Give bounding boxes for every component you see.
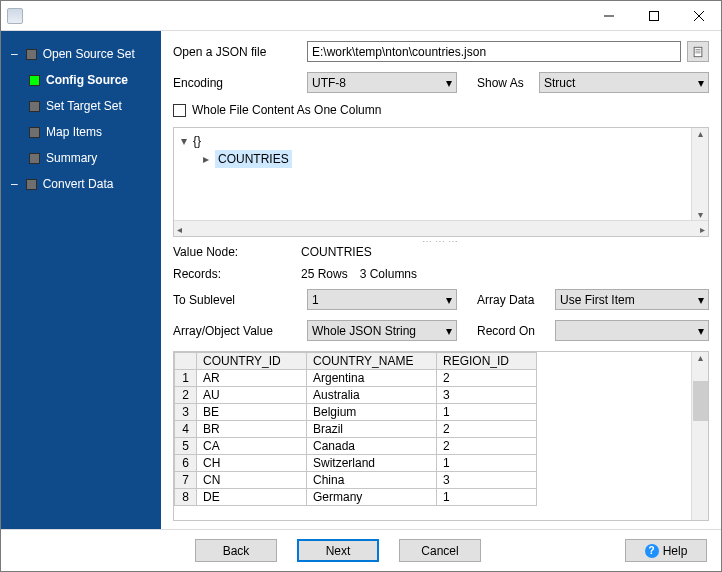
help-button[interactable]: ? Help [625,539,707,562]
preview-grid[interactable]: COUNTRY_IDCOUNTRY_NAMEREGION_ID 1ARArgen… [173,351,709,521]
chevron-down-icon: ▾ [698,293,704,307]
cell[interactable]: 3 [437,387,537,404]
json-tree[interactable]: ▾ {} ▸ COUNTRIES ▴ ▾ ◂ ▸ [173,127,709,237]
back-button[interactable]: Back [195,539,277,562]
records-rows: 25 Rows [301,267,348,281]
cell[interactable]: BR [197,421,307,438]
cell[interactable]: 1 [437,489,537,506]
nav-set-target-set[interactable]: Set Target Set [1,93,161,119]
browse-file-button[interactable] [687,41,709,62]
cell[interactable]: Argentina [307,370,437,387]
column-header[interactable]: COUNTRY_NAME [307,353,437,370]
splitter-handle-icon[interactable]: ⋯⋯⋯ [173,237,709,245]
tree-connector-icon: – [11,177,18,191]
tree-connector-icon: – [11,47,18,61]
file-path-input[interactable] [307,41,681,62]
collapse-icon[interactable]: ▾ [178,132,189,150]
tree-horizontal-scrollbar[interactable]: ◂ ▸ [174,220,708,237]
arraydata-select[interactable]: Use First Item ▾ [555,289,709,310]
next-button[interactable]: Next [297,539,379,562]
cell[interactable]: CA [197,438,307,455]
table-row[interactable]: 7CNChina3 [175,472,537,489]
cell[interactable]: Switzerland [307,455,437,472]
nav-config-source[interactable]: Config Source [1,67,161,93]
window-controls [586,1,721,30]
showas-label: Show As [463,76,533,90]
column-header[interactable]: REGION_ID [437,353,537,370]
encoding-label: Encoding [173,76,301,90]
row-number: 1 [175,370,197,387]
nav-map-items[interactable]: Map Items [1,119,161,145]
nav-label: Summary [46,151,97,165]
scroll-down-icon: ▾ [698,209,703,220]
table-row[interactable]: 1ARArgentina2 [175,370,537,387]
cell[interactable]: AU [197,387,307,404]
nav-label: Set Target Set [46,99,122,113]
nav-open-source-set[interactable]: – Open Source Set [1,41,161,67]
records-cols: 3 Columns [360,267,417,281]
nav-convert-data[interactable]: – Convert Data [1,171,161,197]
cell[interactable]: 1 [437,455,537,472]
cell[interactable]: Australia [307,387,437,404]
cell[interactable]: 2 [437,421,537,438]
help-icon: ? [645,544,659,558]
chevron-down-icon: ▾ [446,324,452,338]
step-marker-icon [29,127,40,138]
table-row[interactable]: 3BEBelgium1 [175,404,537,421]
table-row[interactable]: 6CHSwitzerland1 [175,455,537,472]
app-window: – Open Source Set Config Source Set Targ… [0,0,722,572]
row-number: 6 [175,455,197,472]
scroll-left-icon: ◂ [177,224,182,235]
cell[interactable]: China [307,472,437,489]
tree-node-countries[interactable]: COUNTRIES [215,150,292,168]
tosublevel-select[interactable]: 1 ▾ [307,289,457,310]
grid-vertical-scrollbar[interactable]: ▴ [691,352,708,520]
showas-select[interactable]: Struct ▾ [539,72,709,93]
tree-root[interactable]: {} [193,132,201,150]
maximize-button[interactable] [631,1,676,30]
column-header[interactable]: COUNTRY_ID [197,353,307,370]
row-number: 4 [175,421,197,438]
minimize-button[interactable] [586,1,631,30]
close-button[interactable] [676,1,721,30]
recordon-label: Record On [463,324,549,338]
scrollbar-thumb[interactable] [693,381,708,421]
cell[interactable]: Brazil [307,421,437,438]
nav-label: Convert Data [43,177,114,191]
whole-file-checkbox[interactable] [173,104,186,117]
cell[interactable]: DE [197,489,307,506]
arrayobj-select[interactable]: Whole JSON String ▾ [307,320,457,341]
nav-label: Config Source [46,73,128,87]
tree-vertical-scrollbar[interactable]: ▴ ▾ [691,128,708,220]
cell[interactable]: 3 [437,472,537,489]
cell[interactable]: AR [197,370,307,387]
step-marker-icon [26,49,37,60]
row-number: 7 [175,472,197,489]
showas-value: Struct [544,76,575,90]
cell[interactable]: CH [197,455,307,472]
cell[interactable]: 2 [437,370,537,387]
encoding-select[interactable]: UTF-8 ▾ [307,72,457,93]
row-number: 5 [175,438,197,455]
nav-label: Map Items [46,125,102,139]
cell[interactable]: CN [197,472,307,489]
nav-summary[interactable]: Summary [1,145,161,171]
expand-icon[interactable]: ▸ [200,150,211,168]
table-row[interactable]: 4BRBrazil2 [175,421,537,438]
recordon-select[interactable]: ▾ [555,320,709,341]
cancel-button[interactable]: Cancel [399,539,481,562]
cell[interactable]: Germany [307,489,437,506]
table-row[interactable]: 5CACanada2 [175,438,537,455]
cell[interactable]: Canada [307,438,437,455]
cell[interactable]: 1 [437,404,537,421]
cell[interactable]: BE [197,404,307,421]
step-marker-icon [26,179,37,190]
step-marker-icon [29,75,40,86]
titlebar [1,1,721,31]
cell[interactable]: Belgium [307,404,437,421]
table-row[interactable]: 2AUAustralia3 [175,387,537,404]
cell[interactable]: 2 [437,438,537,455]
table-row[interactable]: 8DEGermany1 [175,489,537,506]
arrayobj-label: Array/Object Value [173,324,301,338]
scroll-up-icon: ▴ [698,352,703,363]
